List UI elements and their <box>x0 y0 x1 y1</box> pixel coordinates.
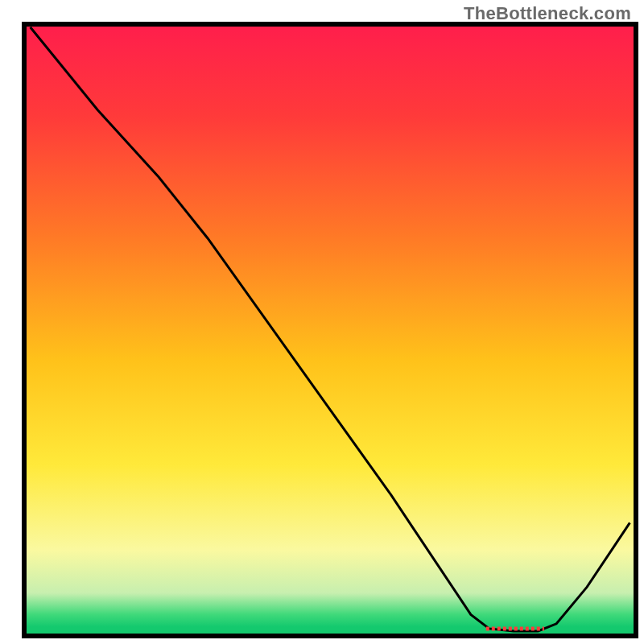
plot-background <box>24 24 636 636</box>
bottleneck-chart <box>0 0 644 644</box>
chart-frame: TheBottleneck.com <box>0 0 644 644</box>
